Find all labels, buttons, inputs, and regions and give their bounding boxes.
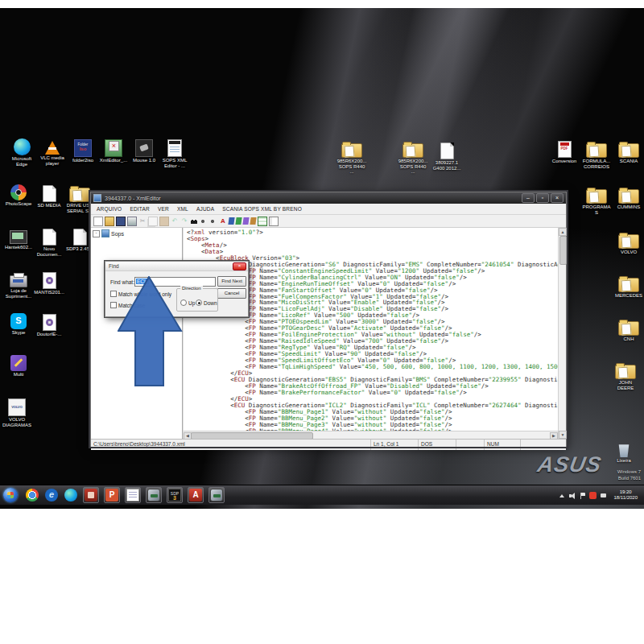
copy-toolbar-icon[interactable] [148,217,158,226]
find-next-button[interactable]: Find Next [217,276,246,287]
desktop-icon-conversion[interactable]: Conversion [549,139,580,164]
open-toolbar-icon[interactable] [105,217,114,226]
find-small-toolbar-icon[interactable] [200,217,208,225]
desktop-icon-folder-cummins[interactable]: CUMMINS [613,185,644,210]
taskbar-chrome-icon[interactable] [26,489,39,502]
find-small-toolbar-icon[interactable] [209,217,217,225]
tree-node-sops[interactable]: - Sops [93,229,182,237]
taskbar-pdf-icon[interactable] [188,487,204,503]
taskbar-vci-icon[interactable] [208,487,225,503]
vscroll-thumb[interactable] [559,236,567,265]
scroll-down-icon[interactable]: ▼ [559,431,567,439]
desktop-icon-mouse-10[interactable]: Mouse 1.0 [129,138,159,163]
redo-toolbar-icon[interactable] [180,217,188,225]
minimize-button[interactable]: – [522,193,535,203]
horizontal-scrollbar[interactable]: ◀ ▶ [184,431,558,439]
undo-toolbar-icon[interactable] [171,217,179,225]
desktop-icon-hantek[interactable]: Hantek602... [3,227,34,250]
tray-volume-icon[interactable] [568,492,576,499]
nav2-toolbar-icon[interactable] [235,217,242,225]
taskbar-note-icon[interactable] [125,487,141,503]
new-toolbar-icon[interactable] [93,217,103,226]
desktop-icon-recycle-bin[interactable]: Lixeira [609,441,639,464]
tree-expander-icon[interactable]: - [93,230,100,237]
taskbar-ppt-icon[interactable] [104,487,120,503]
menu-scania-sops-xml-by-breno[interactable]: SCANIA SOPS XML BY BRENO [218,206,306,212]
tree-toolbar-icon[interactable] [269,217,279,226]
desktop-icon-folder-john-deere[interactable]: JOHN DEERE [610,361,641,390]
menu-ajuda[interactable]: AJUDA [192,206,218,212]
menu-arquivo[interactable]: ARQUIVO [93,206,126,212]
desktop-icon-vlc-media-player[interactable]: VLC media player [37,138,68,166]
find-close-icon[interactable]: × [233,262,246,270]
maximize-button[interactable]: ▫ [536,193,549,203]
find-toolbar-icon[interactable] [190,217,198,225]
desktop-icon-xmleditor[interactable]: XmlEditor_... [98,138,129,163]
match-whole-word-checkbox[interactable] [110,291,117,297]
tray-flag-icon[interactable] [579,492,586,499]
desktop-icon-novo-documento[interactable]: Novo Documen... [34,227,64,257]
desktop-icon-multi[interactable]: Multi [3,354,34,378]
find-dialog-titlebar[interactable]: Find × [105,262,248,271]
desktop[interactable]: 3944337.0 - XmlEditor – ▫ × ARQUIVOEDITA… [0,8,644,509]
desktop-icon-skype[interactable]: Skype [3,312,34,336]
taskbar-red-icon[interactable] [83,487,99,503]
desktop-icon-folder-volvo[interactable]: VOLVO [613,230,644,255]
desktop-icon-sd-media[interactable]: SD MEDIA [34,184,64,208]
desktop-icon-folder-mercedes[interactable]: MERCEDES [613,274,644,299]
note-icon [126,489,139,502]
desktop-icon-doc-3809227[interactable]: 3809227.1 G400 2012... [431,141,462,171]
desktop-icon-folder-985r6x200-2[interactable]: 985R6X200... SOPS R440 ... [398,139,428,175]
nav4-toolbar-icon[interactable] [250,217,256,225]
tray-network-icon[interactable] [600,492,607,499]
tray-record-icon[interactable] [589,492,597,499]
cancel-button[interactable]: Cancel [217,288,246,299]
start-button[interactable] [3,488,18,502]
nav1-toolbar-icon[interactable] [228,217,234,225]
taskbar-sdp3-icon[interactable] [167,487,183,503]
print-toolbar-icon[interactable] [127,217,137,226]
taskbar-clock[interactable]: 19:20 18/11/2020 [610,489,641,501]
desktop-icon-photoscape[interactable]: PhotoScape [3,184,34,207]
close-button[interactable]: × [551,193,564,203]
desktop-icon-folder2iso[interactable]: folder2iso [68,138,98,163]
nav3-toolbar-icon[interactable] [242,217,249,225]
desktop-icon-doutorie[interactable]: DoutorIE-... [34,312,64,337]
xml-code[interactable]: <?xml version="1.0"?><Sops> <Meta/> <Dat… [187,229,558,431]
up-label: Up [188,300,195,306]
menu-ver[interactable]: VER [154,206,173,212]
desktop-icon-loja-de-suprimentos[interactable]: Loja de Supriment... [3,270,34,299]
edge-icon [14,138,31,155]
taskbar-vci-icon[interactable] [146,487,162,503]
desktop-icon-folder-985r6x200-1[interactable]: 985R6X200... SOPS R440 ... [336,139,367,175]
save-toolbar-icon[interactable] [116,217,126,226]
desktop-icon-folder-cnh[interactable]: CNH [613,317,644,342]
vertical-scrollbar[interactable]: ▲ ▼ [558,228,566,439]
menu-xml[interactable]: XML [173,206,192,212]
folder-icon [69,188,90,202]
match-case-checkbox[interactable] [110,302,117,308]
window-titlebar[interactable]: 3944337.0 - XmlEditor – ▫ × [91,192,566,204]
desktop-icon-mantis[interactable]: MANTIS201... [34,270,64,295]
hscroll-thumb[interactable] [191,432,313,439]
paste-toolbar-icon[interactable] [159,217,169,226]
folder-icon [341,143,362,158]
cut-toolbar-icon[interactable] [138,217,147,225]
desktop-icon-folder-formula-correios[interactable]: FORMULA... CORREIOS [581,139,612,169]
tray-expand-icon[interactable] [558,492,565,499]
desktop-icon-folder-programas[interactable]: PROGRAMAS [581,185,612,215]
desktop-icon-folder-scania[interactable]: SCANIA [613,139,644,164]
menu-editar[interactable]: EDITAR [126,206,154,212]
desktop-icon-volvo-diagramas[interactable]: VOLVO DIAGRAMAS [2,398,32,427]
desktop-icon-microsoft-edge[interactable]: Microsoft Edge [6,138,37,167]
font-a-toolbar-icon[interactable] [219,217,227,225]
desktop-icon-sops-xml-editor[interactable]: SOPS XML Editor - ... [159,138,190,168]
scroll-up-icon[interactable]: ▲ [559,228,567,236]
scroll-right-icon[interactable]: ▶ [550,432,558,439]
taskbar-edge-icon[interactable] [64,489,77,502]
down-radio[interactable] [196,299,202,306]
grid-toolbar-icon[interactable] [258,217,267,226]
taskbar-ie-icon[interactable] [45,489,58,502]
desktop-icon-label: VOLVO [613,250,644,255]
xml-editor-area[interactable]: <?xml version="1.0"?><Sops> <Meta/> <Dat… [183,228,558,439]
